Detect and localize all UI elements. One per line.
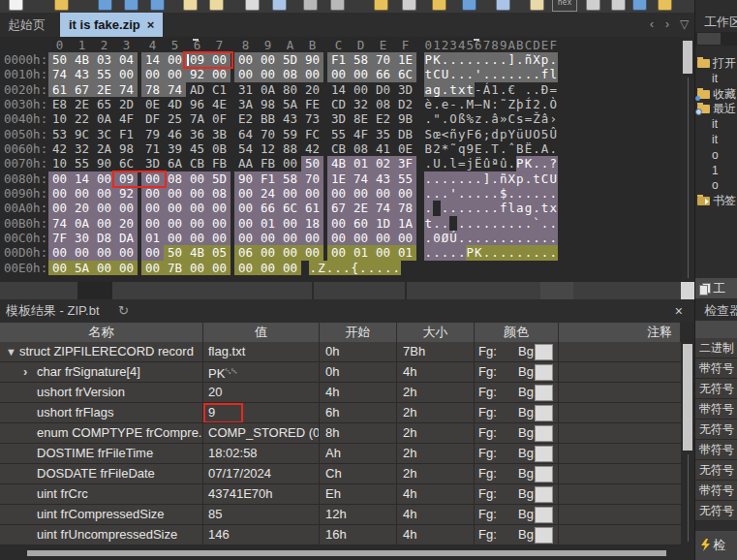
ascii-char[interactable]: . [491, 171, 500, 186]
tab-workspace[interactable]: 工 [695, 278, 737, 298]
ascii-char[interactable]: . [507, 156, 516, 171]
hex-byte[interactable]: 39 [164, 141, 186, 156]
ascii-column[interactable]: .Z...{..... [309, 261, 401, 275]
sync-scroll-icon[interactable] [585, 0, 600, 11]
workspace-file-item[interactable]: o [695, 148, 737, 164]
ascii-char[interactable]: B [516, 141, 525, 156]
hex-byte[interactable]: 50 [301, 156, 323, 171]
ascii-char[interactable]: . [499, 141, 507, 156]
hex-byte[interactable]: 00 [301, 245, 323, 260]
cut-icon[interactable] [302, 0, 318, 11]
ascii-char[interactable]: . [433, 245, 442, 260]
ascii-char[interactable]: . [475, 171, 483, 186]
ascii-char[interactable]: . [325, 261, 334, 275]
replace-icon[interactable] [431, 0, 446, 11]
ascii-char[interactable]: . [533, 245, 541, 260]
ascii-char[interactable]: N [482, 97, 491, 111]
ascii-char[interactable]: Ú [449, 231, 458, 245]
ascii-char[interactable]: 5 [540, 127, 549, 141]
hex-byte[interactable]: E8 [48, 97, 71, 111]
ascii-char[interactable]: . [499, 245, 507, 260]
template-close-icon[interactable]: × [675, 299, 683, 323]
ascii-char[interactable]: . [424, 171, 433, 186]
ascii-char[interactable]: s [516, 111, 525, 126]
ascii-char[interactable]: . [359, 261, 368, 275]
ascii-char[interactable]: Y [507, 127, 516, 141]
hex-byte[interactable]: 5D [208, 171, 230, 186]
hex-byte[interactable]: 14 [327, 82, 350, 97]
hex-byte[interactable]: 0E [141, 97, 164, 111]
ascii-char[interactable]: E [475, 141, 483, 156]
hex-byte[interactable]: 00 [186, 186, 208, 201]
hex-byte[interactable]: 90 [301, 52, 323, 67]
hex-byte[interactable]: 74 [372, 201, 394, 215]
ascii-char[interactable]: = [457, 156, 466, 171]
hex-vscroll-thumb[interactable] [683, 41, 692, 74]
hex-byte[interactable]: 00 [164, 201, 186, 215]
hex-byte[interactable]: 78 [141, 82, 164, 97]
ascii-char[interactable]: . [466, 171, 475, 186]
ascii-char[interactable]: . [524, 171, 533, 186]
hex-byte[interactable]: 0B [208, 141, 230, 156]
ascii-char[interactable]: ` [533, 216, 541, 231]
hex-byte[interactable]: 20 [301, 82, 323, 97]
inspector-row[interactable]: 二进制 [695, 338, 737, 358]
ascii-char[interactable]: T [491, 141, 500, 156]
hex-byte[interactable]: 88 [279, 141, 301, 156]
hex-byte[interactable]: 3B [208, 127, 230, 141]
ascii-char[interactable]: . [549, 186, 558, 201]
workspace-folder-item[interactable]: 书签 [695, 194, 737, 209]
save-all-icon[interactable] [149, 0, 165, 11]
hex-byte[interactable]: 00 [279, 231, 301, 245]
ascii-char[interactable]: O [449, 111, 458, 126]
hex-byte[interactable]: 35 [372, 127, 394, 141]
ascii-char[interactable]: . [491, 52, 500, 67]
tab-start-page[interactable]: 起始页 [8, 13, 46, 37]
hex-byte[interactable]: 70 [257, 127, 279, 141]
inspector-row[interactable]: 带符号 [695, 358, 737, 379]
ascii-char[interactable]: t [424, 67, 433, 81]
template-row[interactable]: ushort frFlags96h2hFg:Bg: [0, 403, 681, 423]
hex-byte[interactable]: 32 [71, 141, 93, 156]
hex-byte[interactable]: 00 [234, 231, 257, 245]
hex-byte[interactable]: 8E [350, 111, 372, 126]
inspector-row[interactable]: 无符号 [695, 420, 737, 440]
hex-byte[interactable]: BB [257, 111, 279, 126]
hex-byte[interactable]: AA [234, 156, 257, 171]
ascii-char[interactable]: = [524, 111, 533, 126]
hex-byte[interactable]: 42 [301, 141, 323, 156]
hex-byte[interactable]: 01 [350, 156, 372, 171]
hex-byte[interactable]: 00 [115, 67, 138, 81]
ascii-char[interactable]: $ [499, 186, 507, 201]
ascii-char[interactable]: K [524, 156, 533, 171]
ascii-column[interactable]: ...'.....$...... [424, 186, 558, 201]
hex-byte[interactable]: 36 [186, 127, 208, 141]
hex-byte[interactable]: 31 [234, 82, 257, 97]
ascii-char[interactable]: . [457, 97, 466, 111]
template-horizontal-scrollbar[interactable] [0, 545, 681, 560]
ascii-char[interactable]: Á [482, 82, 491, 97]
ascii-char[interactable]: . [457, 201, 466, 215]
hex-byte[interactable]: 41 [372, 141, 394, 156]
hex-byte[interactable]: 00 [164, 231, 186, 245]
ascii-column[interactable]: B2*˜q9E.T.ˆBË.A. [424, 141, 558, 156]
ascii-char[interactable]: P [516, 156, 525, 171]
hex-byte[interactable]: CD [327, 97, 350, 111]
hex-byte[interactable]: 00 [186, 171, 208, 186]
ascii-char[interactable]: ü [516, 127, 525, 141]
ascii-char[interactable]: . [491, 231, 500, 245]
hex-byte[interactable]: 7A [186, 111, 208, 126]
hex-byte[interactable]: 1A [394, 216, 416, 231]
ascii-column[interactable]: .U.l=jËûªû.PK..? [424, 156, 558, 171]
ascii-char[interactable]: ñ [449, 127, 458, 141]
hex-byte[interactable]: 0E [394, 141, 416, 156]
hex-byte[interactable]: 00 [186, 231, 208, 245]
ascii-char[interactable]: . [433, 97, 442, 111]
ascii-char[interactable]: g [524, 201, 533, 215]
hex-byte[interactable]: F1 [327, 52, 350, 67]
hex-byte[interactable]: 00 [350, 231, 372, 245]
ascii-char[interactable]: ª [491, 156, 500, 171]
ascii-char[interactable]: . [433, 216, 442, 231]
bg-color-swatch[interactable] [535, 486, 553, 503]
hex-byte[interactable]: DF [141, 111, 164, 126]
